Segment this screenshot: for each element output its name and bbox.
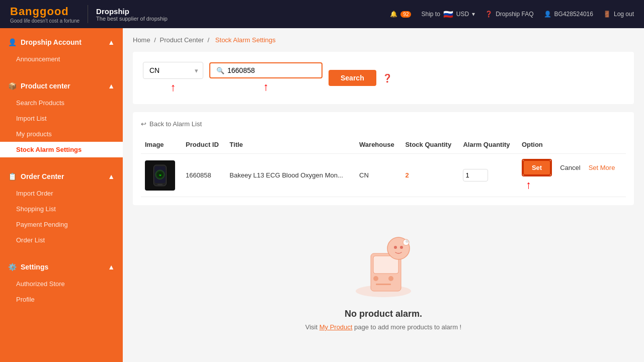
back-to-alarm-list-link[interactable]: ↩ Back to Alarm List <box>141 120 626 128</box>
sidebar-section-order-center: 📋 Order Center ▲ Import Order Shopping L… <box>0 162 123 253</box>
breadcrumb-product-center[interactable]: Product Center <box>160 36 204 44</box>
sidebar-item-import-list[interactable]: Import List <box>0 111 123 126</box>
user-icon: 👤 <box>544 11 551 18</box>
sidebar-section-dropship-account: 👤 Dropship Account ▲ Announcement <box>0 28 123 72</box>
chevron-up-icon: ▲ <box>108 38 115 46</box>
no-product-section: No product alarm. Visit My Product page … <box>133 213 634 341</box>
sidebar-item-search-products[interactable]: Search Products <box>0 95 123 111</box>
breadcrumb: Home / Product Center / Stock Alarm Sett… <box>133 36 634 44</box>
header-divider <box>88 5 88 23</box>
sidebar-section-settings: ⚙️ Settings ▲ Authorized Store Profile <box>0 253 123 312</box>
breadcrumb-current: Stock Alarm Settings <box>215 36 276 44</box>
search-button[interactable]: Search <box>329 70 376 86</box>
svg-rect-5 <box>157 184 163 185</box>
svg-rect-11 <box>376 284 391 285</box>
warehouse-select-wrap: CN US EU UK <box>143 62 203 79</box>
warehouse-select[interactable]: CN US EU UK <box>143 62 203 79</box>
set-button[interactable]: Set <box>523 160 551 175</box>
alarm-quantity-cell <box>459 154 518 197</box>
layout: 👤 Dropship Account ▲ Announcement 📦 Prod… <box>0 28 644 362</box>
my-product-link[interactable]: My Product <box>319 323 353 331</box>
col-title: Title <box>225 136 355 154</box>
col-option: Option <box>518 136 626 154</box>
svg-text:❤: ❤ <box>159 173 162 176</box>
col-product-id: Product ID <box>182 136 225 154</box>
product-table: Image Product ID Title Warehouse Stock Q… <box>141 136 626 197</box>
currency: USD <box>456 11 469 18</box>
flag-icon: 🇷🇺 <box>443 10 453 19</box>
table-row: ❤ 1660858 Bakeey L13 ECG Blood Oxygen Mo… <box>141 154 626 197</box>
svg-point-14 <box>400 246 403 249</box>
sidebar-item-import-order[interactable]: Import Order <box>0 186 123 201</box>
product-id-cell: 1660858 <box>182 154 225 197</box>
table-section: ↩ Back to Alarm List Image Product ID Ti… <box>133 112 634 205</box>
question-icon: ❓ <box>485 11 493 18</box>
brand-name: Banggood <box>10 5 79 18</box>
box-icon: 📦 <box>8 82 17 90</box>
search-input[interactable] <box>227 66 315 74</box>
header-left: Banggood Good life doesn't cost a fortun… <box>10 5 168 24</box>
stock-quantity-cell: 2 <box>401 154 459 197</box>
breadcrumb-home[interactable]: Home <box>133 36 150 44</box>
sidebar: 👤 Dropship Account ▲ Announcement 📦 Prod… <box>0 28 123 362</box>
sidebar-section-product-center: 📦 Product center ▲ Search Products Impor… <box>0 72 123 162</box>
sidebar-item-stock-alarm-settings[interactable]: Stock Alarm Settings <box>0 142 123 157</box>
sidebar-section-header-dropship-account[interactable]: 👤 Dropship Account ▲ <box>0 33 123 51</box>
search-input-wrap: 🔍 <box>209 62 323 78</box>
chevron-down-icon: ▾ <box>472 11 475 18</box>
option-cell: Set Cancel Set More ↑ <box>518 154 626 197</box>
help-icon[interactable]: ❓ <box>382 73 392 83</box>
sidebar-section-header-settings[interactable]: ⚙️ Settings ▲ <box>0 258 123 276</box>
notification-badge: 92 <box>400 11 411 18</box>
faq-link[interactable]: ❓ Dropship FAQ <box>485 11 533 18</box>
header-right: 🔔 92 Ship to 🇷🇺 USD ▾ ❓ Dropship FAQ 👤 B… <box>390 10 634 19</box>
sidebar-item-payment-pending[interactable]: Payment Pending <box>0 217 123 232</box>
ship-to-label: Ship to <box>421 11 440 18</box>
chevron-up-icon4: ▲ <box>108 263 115 271</box>
sidebar-item-authorized-store[interactable]: Authorized Store <box>0 276 123 292</box>
notification-bell[interactable]: 🔔 92 <box>390 11 411 18</box>
user-id[interactable]: 👤 BG428524016 <box>544 11 593 18</box>
brand: Banggood Good life doesn't cost a fortun… <box>10 5 79 24</box>
arrow-up-warehouse: ↑ <box>171 81 176 94</box>
sidebar-item-shopping-list[interactable]: Shopping List <box>0 201 123 217</box>
set-more-link[interactable]: Set More <box>589 164 615 171</box>
alarm-quantity-input[interactable] <box>463 169 488 182</box>
arrow-up-search: ↑ <box>263 80 269 93</box>
chevron-up-icon3: ▲ <box>108 172 115 180</box>
svg-point-13 <box>394 246 397 249</box>
ship-to[interactable]: Ship to 🇷🇺 USD ▾ <box>421 10 475 19</box>
sidebar-section-header-order-center[interactable]: 📋 Order Center ▲ <box>0 167 123 186</box>
bell-icon: 🔔 <box>390 11 397 18</box>
chevron-up-icon2: ▲ <box>108 82 115 90</box>
svg-point-10 <box>388 276 393 281</box>
no-product-description: Visit My Product page to add more produc… <box>143 323 624 331</box>
logout-icon: 🚪 <box>603 11 611 18</box>
no-product-illustration <box>143 233 624 299</box>
back-arrow-icon: ↩ <box>141 120 146 128</box>
sidebar-section-header-product-center[interactable]: 📦 Product center ▲ <box>0 77 123 95</box>
sidebar-item-announcement[interactable]: Announcement <box>0 51 123 67</box>
gear-icon: ⚙️ <box>8 263 17 271</box>
col-stock-quantity: Stock Quantity <box>401 136 459 154</box>
sidebar-item-order-list[interactable]: Order List <box>0 232 123 248</box>
svg-point-16 <box>406 240 409 243</box>
logout-button[interactable]: 🚪 Log out <box>603 11 634 18</box>
arrow-down-set: ↑ <box>526 178 531 191</box>
sidebar-item-my-products[interactable]: My products <box>0 126 123 142</box>
search-icon: 🔍 <box>216 67 224 74</box>
col-warehouse: Warehouse <box>355 136 401 154</box>
sidebar-item-profile[interactable]: Profile <box>0 292 123 307</box>
cancel-link[interactable]: Cancel <box>560 164 580 171</box>
document-icon: 📋 <box>8 172 17 180</box>
warehouse-cell: CN <box>355 154 401 197</box>
search-bar: CN US EU UK ↑ 🔍 ↑ Sea <box>133 52 634 104</box>
product-image-cell: ❤ <box>141 154 182 197</box>
user-circle-icon: 👤 <box>8 38 17 46</box>
no-product-title: No product alarm. <box>143 309 624 319</box>
svg-point-9 <box>373 276 378 281</box>
col-image: Image <box>141 136 182 154</box>
product-image: ❤ <box>145 160 175 191</box>
header: Banggood Good life doesn't cost a fortun… <box>0 0 644 28</box>
col-alarm-quantity: Alarm Quantity <box>459 136 518 154</box>
